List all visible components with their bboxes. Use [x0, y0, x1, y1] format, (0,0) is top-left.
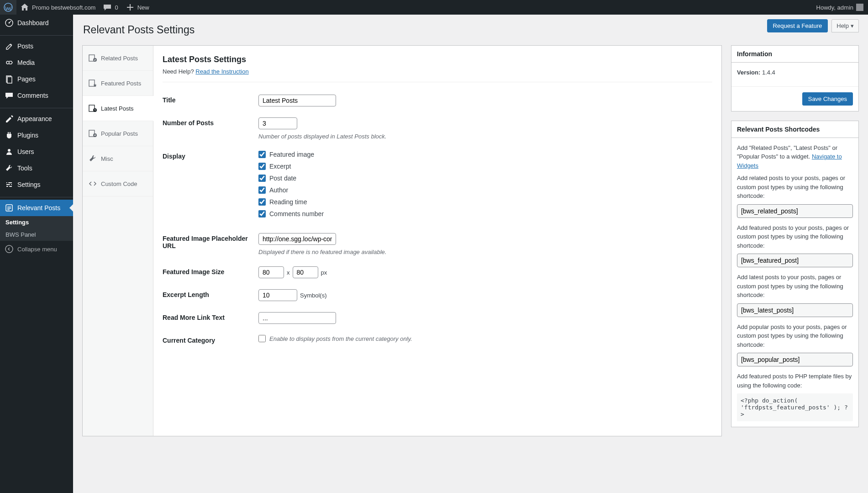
display-option[interactable]: Excerpt — [258, 163, 712, 170]
svg-point-3 — [6, 61, 9, 64]
menu-label: Users — [17, 148, 34, 155]
tab-label: Latest Posts — [101, 105, 134, 112]
num-posts-desc: Number of posts displayed in Latest Post… — [258, 133, 712, 140]
comments-link[interactable]: 0 — [99, 0, 121, 15]
checkbox-featured-image[interactable] — [258, 151, 266, 158]
featured-shortcode-input[interactable] — [737, 254, 853, 267]
tab-label: Custom Code — [101, 180, 137, 187]
checkbox-current-category[interactable] — [258, 335, 266, 342]
tab-misc[interactable]: Misc — [83, 146, 153, 171]
menu-label: Relevant Posts — [17, 204, 60, 212]
help-button[interactable]: Help ▾ — [831, 19, 859, 32]
menu-label: Comments — [17, 92, 48, 99]
menu-separator — [0, 33, 73, 36]
information-box: Information Version: 1.4.4 Save Changes — [731, 45, 859, 111]
tab-custom-code[interactable]: Custom Code — [83, 171, 153, 196]
svg-rect-5 — [7, 77, 12, 83]
menu-media[interactable]: Media — [0, 54, 73, 71]
main-content: Relevant Posts Settings Related Posts Fe… — [73, 15, 868, 455]
tab-featured-posts[interactable]: Featured Posts — [83, 71, 153, 96]
excerpt-unit: Symbol(s) — [300, 292, 327, 299]
size-x: x — [287, 269, 290, 276]
latest-text: Add latest posts to your posts, pages or… — [737, 273, 853, 300]
image-width-input[interactable] — [258, 266, 284, 278]
checkbox-label: Featured image — [269, 151, 314, 158]
howdy-text: Howdy, admin — [816, 4, 853, 11]
popular-shortcode-input[interactable] — [737, 353, 853, 366]
svg-rect-13 — [6, 205, 12, 211]
size-unit: px — [321, 269, 327, 276]
wp-logo[interactable] — [0, 0, 16, 15]
menu-label: Appearance — [17, 115, 52, 122]
menu-relevant-posts[interactable]: Relevant Posts — [0, 200, 73, 216]
display-option[interactable]: Comments number — [258, 210, 712, 217]
menu-appearance[interactable]: Appearance — [0, 111, 73, 127]
chevron-down-icon: ▾ — [851, 22, 854, 29]
related-shortcode-input[interactable] — [737, 204, 853, 218]
menu-dashboard[interactable]: Dashboard — [0, 15, 73, 31]
display-label: Display — [163, 151, 258, 160]
display-option[interactable]: Author — [258, 186, 712, 194]
save-changes-button[interactable]: Save Changes — [802, 92, 853, 106]
popular-text: Add popular posts to your posts, pages o… — [737, 323, 853, 350]
request-feature-button[interactable]: Request a Feature — [767, 19, 828, 32]
placeholder-desc: Displayed if there is no featured image … — [258, 249, 712, 255]
checkbox-label: Excerpt — [269, 163, 291, 170]
site-name-link[interactable]: Promo bestwebsoft.com — [16, 0, 99, 15]
admin-bar: Promo bestwebsoft.com 0 New Howdy, admin — [0, 0, 868, 15]
checkbox-post-date[interactable] — [258, 175, 266, 182]
tab-related-posts[interactable]: Related Posts — [83, 46, 153, 71]
php-text: Add featured posts to PHP template files… — [737, 372, 853, 390]
user-account-link[interactable]: Howdy, admin — [813, 0, 868, 15]
menu-separator — [0, 106, 73, 108]
checkbox-excerpt[interactable] — [258, 163, 266, 170]
svg-point-11 — [10, 184, 11, 186]
menu-comments[interactable]: Comments — [0, 87, 73, 104]
checkbox-author[interactable] — [258, 186, 266, 194]
tab-popular-posts[interactable]: Popular Posts — [83, 121, 153, 146]
svg-point-6 — [8, 149, 11, 152]
menu-label: Pages — [17, 75, 36, 83]
new-link[interactable]: New — [122, 0, 153, 15]
tab-latest-posts[interactable]: Latest Posts — [83, 96, 153, 121]
category-option[interactable]: Enable to display posts from the current… — [258, 335, 712, 342]
num-posts-label: Number of Posts — [163, 117, 258, 127]
menu-pages[interactable]: Pages — [0, 71, 73, 87]
image-size-label: Featured Image Size — [163, 266, 258, 276]
image-height-input[interactable] — [293, 266, 318, 278]
menu-users[interactable]: Users — [0, 143, 73, 160]
menu-posts[interactable]: Posts — [0, 38, 73, 54]
excerpt-length-input[interactable] — [258, 289, 297, 301]
avatar — [856, 4, 863, 11]
divider — [163, 82, 712, 82]
tab-label: Popular Posts — [101, 130, 138, 137]
tab-label: Related Posts — [101, 55, 138, 62]
help-line: Need Help? Read the Instruction — [163, 68, 712, 75]
checkbox-reading-time[interactable] — [258, 198, 266, 206]
category-desc: Enable to display posts from the current… — [269, 335, 412, 342]
php-code-block: <?php do_action( 'ftrdpsts_featured_post… — [737, 393, 853, 421]
display-option[interactable]: Reading time — [258, 198, 712, 206]
menu-settings[interactable]: Settings — [0, 176, 73, 193]
svg-point-14 — [5, 245, 13, 253]
checkbox-label: Author — [269, 186, 288, 194]
display-option[interactable]: Featured image — [258, 151, 712, 158]
help-label: Help — [836, 22, 849, 29]
placeholder-url-input[interactable] — [258, 233, 336, 245]
category-label: Current Category — [163, 335, 258, 344]
display-option[interactable]: Post date — [258, 175, 712, 182]
submenu-settings[interactable]: Settings — [0, 216, 73, 228]
checkbox-comments-number[interactable] — [258, 210, 266, 217]
checkbox-label: Reading time — [269, 198, 307, 206]
menu-plugins[interactable]: Plugins — [0, 127, 73, 143]
help-link[interactable]: Read the Instruction — [195, 68, 248, 75]
collapse-menu[interactable]: Collapse menu — [0, 241, 73, 257]
submenu-bws-panel[interactable]: BWS Panel — [0, 228, 73, 241]
readmore-input[interactable] — [258, 312, 336, 324]
num-posts-input[interactable] — [258, 117, 297, 129]
latest-shortcode-input[interactable] — [737, 303, 853, 317]
menu-tools[interactable]: Tools — [0, 160, 73, 176]
checkbox-label: Comments number — [269, 210, 324, 217]
checkbox-label: Post date — [269, 175, 296, 182]
title-input[interactable] — [258, 95, 336, 106]
